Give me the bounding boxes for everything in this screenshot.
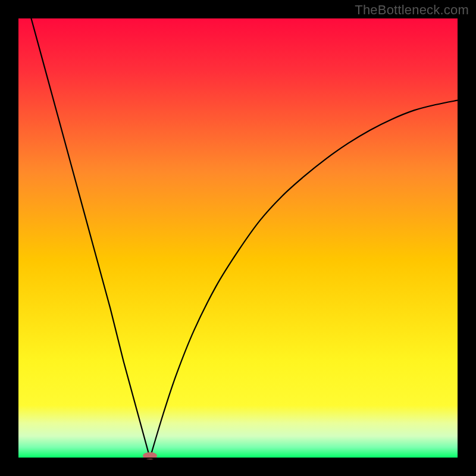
chart-frame: TheBottleneck.com: [0, 0, 476, 476]
plot-area: [18, 18, 458, 458]
bottleneck-chart: [0, 0, 476, 476]
watermark-text: TheBottleneck.com: [355, 2, 469, 18]
